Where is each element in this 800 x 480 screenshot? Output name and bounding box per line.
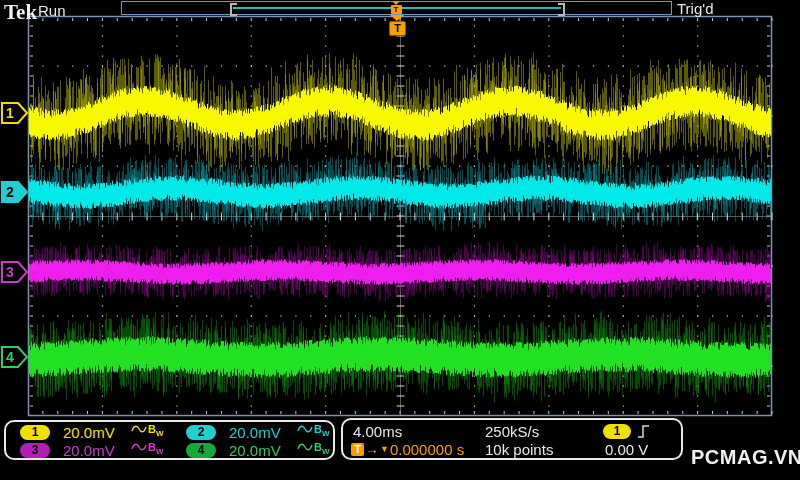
channel-1-scale: 20.0mV xyxy=(63,424,127,441)
channel-4-readout[interactable]: 4 20.0mV BW xyxy=(186,442,330,458)
channel-3-position-marker[interactable]: 3 xyxy=(1,261,29,283)
channel-2-coupling-icons: BW xyxy=(297,424,330,439)
channel-readout-box[interactable]: 1 20.0mV BW 2 20.0mV BW 3 20.0mV BW 4 xyxy=(4,420,335,460)
trigger-t-icon: T xyxy=(389,21,406,36)
trigger-t-icon: T xyxy=(391,5,402,14)
channel-1-badge: 1 xyxy=(20,425,50,440)
trigger-level: 0.00 V xyxy=(605,441,648,457)
watermark-label: PCMAG.VN xyxy=(691,446,800,469)
time-per-division: 4.00ms xyxy=(353,423,402,439)
tek-logo: Tek xyxy=(4,0,37,25)
arrow-right-icon: → xyxy=(365,442,379,456)
trigger-position-readout: T → ▼ 0.000000 s xyxy=(351,441,464,457)
channel-1-readout[interactable]: 1 20.0mV BW xyxy=(20,424,164,440)
svg-text:2: 2 xyxy=(6,184,14,200)
delay-triangle-icon: ▼ xyxy=(380,444,389,454)
svg-text:1: 1 xyxy=(6,105,14,121)
trigger-position-marker[interactable]: T xyxy=(389,15,405,36)
sample-rate: 250kS/s xyxy=(485,423,539,439)
horizontal-trigger-readout-box[interactable]: 4.00ms 250kS/s 1 T → ▼ 0.000000 s 10k po… xyxy=(341,418,683,460)
channel-4-position-marker[interactable]: 4 xyxy=(1,346,29,368)
trigger-source-badge: 1 xyxy=(603,424,631,439)
ac-coupling-icon xyxy=(297,424,314,435)
channel-4-badge: 4 xyxy=(186,443,216,458)
window-bracket-right-icon xyxy=(558,3,565,16)
bandwidth-limit-icon: BW xyxy=(148,424,164,439)
ac-coupling-icon xyxy=(297,442,314,453)
channel-2-readout[interactable]: 2 20.0mV BW xyxy=(186,424,330,440)
channel-2-scale: 20.0mV xyxy=(229,424,293,441)
trigger-slope-rising-icon xyxy=(637,424,651,439)
record-view-bar[interactable]: T xyxy=(121,1,672,15)
channel-3-badge: 3 xyxy=(20,443,50,458)
channel-2-position-marker[interactable]: 2 xyxy=(1,181,29,203)
trigger-status-label: Trig'd xyxy=(677,0,713,17)
channel-3-readout[interactable]: 3 20.0mV BW xyxy=(20,442,164,458)
channel-2-badge: 2 xyxy=(186,425,216,440)
bandwidth-limit-icon: BW xyxy=(314,442,330,457)
channel-3-scale: 20.0mV xyxy=(63,442,127,459)
graticule-waveform-display xyxy=(0,0,800,480)
bandwidth-limit-icon: BW xyxy=(314,424,330,439)
bandwidth-limit-icon: BW xyxy=(148,442,164,457)
channel-4-coupling-icons: BW xyxy=(297,442,330,457)
svg-text:4: 4 xyxy=(6,349,14,365)
channel-1-position-marker[interactable]: 1 xyxy=(1,102,29,124)
channel-4-scale: 20.0mV xyxy=(229,442,293,459)
svg-text:3: 3 xyxy=(6,264,14,280)
ac-coupling-icon xyxy=(131,442,148,453)
record-length: 10k points xyxy=(485,441,553,457)
channel-1-coupling-icons: BW xyxy=(131,424,164,439)
channel-3-coupling-icons: BW xyxy=(131,442,164,457)
ac-coupling-icon xyxy=(131,424,148,435)
trigger-position-value: 0.000000 s xyxy=(390,441,464,458)
record-trigger-marker-icon: T xyxy=(389,1,403,14)
window-bracket-left-icon xyxy=(230,3,237,16)
trigger-t-icon: T xyxy=(351,443,364,456)
oscilloscope-screen: Tek Run Trig'd T T 1 2 3 4 1 20.0mV xyxy=(0,0,800,480)
acquisition-run-status: Run xyxy=(38,2,66,19)
